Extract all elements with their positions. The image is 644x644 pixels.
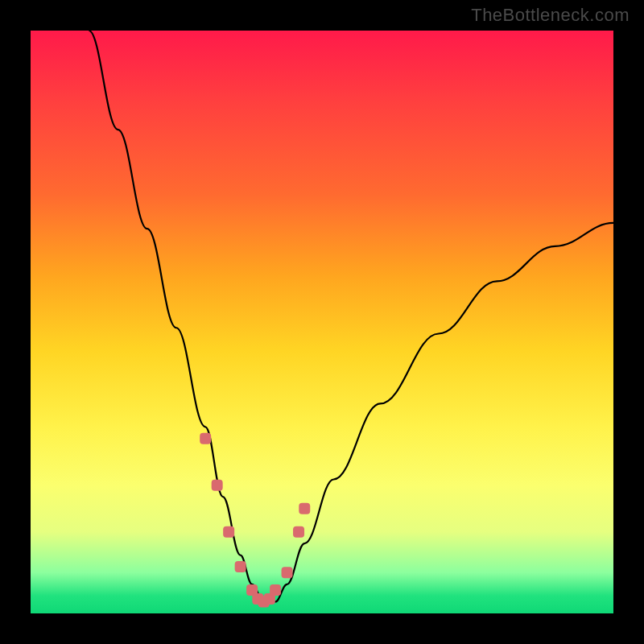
marker-point xyxy=(270,584,281,596)
marker-point xyxy=(293,526,304,538)
marker-point xyxy=(299,503,310,514)
marker-point xyxy=(282,567,293,578)
marker-point xyxy=(200,433,211,444)
curve-svg xyxy=(31,31,613,613)
marker-point xyxy=(212,480,223,491)
bottleneck-curve xyxy=(89,31,613,602)
site-watermark: TheBottleneck.com xyxy=(471,5,630,26)
marker-point xyxy=(235,561,246,572)
marker-point xyxy=(223,526,234,538)
plot-area xyxy=(31,31,613,613)
highlight-markers xyxy=(200,433,310,608)
chart-frame: TheBottleneck.com xyxy=(0,0,644,644)
